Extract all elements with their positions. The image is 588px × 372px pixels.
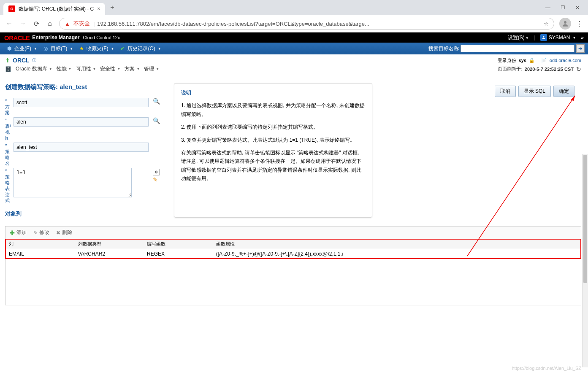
warning-icon: ▲ [65,21,70,27]
home-button[interactable]: ⌂ [46,20,54,27]
close-tab-icon[interactable]: × [97,6,100,12]
info-icon[interactable]: ⓘ [32,57,36,63]
host-link[interactable]: odd.oracle.com [550,58,581,63]
columns-section-title: 对象列 [5,210,165,218]
reload-button[interactable]: ⟳ [32,20,41,28]
db-menu-oracle[interactable]: Oracle 数据库▼ [16,65,52,73]
db-menu-schema[interactable]: 方案▼ [125,65,140,73]
svg-point-1 [543,36,544,38]
minimize-icon[interactable]: — [545,5,550,11]
window-controls: — ☐ ✕ [545,5,585,11]
oracle-header: ORACLE Enterprise Manager Cloud Control … [0,32,588,43]
search-label: 搜索目标名称 [428,45,459,52]
schema-search-icon[interactable]: 🔍 [153,98,160,105]
schema-label: 方案 [5,104,10,115]
schema-input[interactable] [14,98,149,107]
url-text: 192.168.56.111:7802/em/faces/db-datasec-… [97,21,540,27]
profile-button[interactable] [559,18,571,30]
refresh-time: 2020-5-7 22:52:25 CST [525,67,574,72]
table-search-icon[interactable]: 🔍 [153,117,160,124]
orcl-title: ORCL [13,57,30,64]
close-window-icon[interactable]: ✕ [575,5,580,11]
table-header-row: 列 列数据类型 编写函数 函数属性 [5,239,581,249]
policy-label: 策略名 [5,149,10,166]
check-icon: ✔ [119,45,126,52]
browser-chrome: O 数据编写: ORCL (数据库实例) - C × + — ☐ ✕ ← → ⟳… [0,0,588,32]
search-target-input[interactable] [461,45,574,52]
pencil-icon[interactable]: ✎ [153,176,165,183]
menu-target[interactable]: ◎目标(T)▼ [40,45,76,52]
orcl-header: ⬆ ORCL ⓘ 登录身份 sys 🔒 | 📄 odd.oracle.com [5,57,581,64]
expr-label: 策略表达式 [5,174,10,203]
cell-func: REGEX [144,249,213,259]
tab-bar: O 数据编写: ORCL (数据库实例) - C × + — ☐ ✕ [0,0,588,15]
add-column-button[interactable]: ✚添加 [10,229,27,236]
lock-icon: 🔒 [529,58,535,63]
settings-menu[interactable]: 设置(S)▼ [508,34,529,41]
up-arrow-icon[interactable]: ⬆ [5,57,10,64]
user-icon [540,34,547,41]
policy-name-input[interactable] [14,143,149,152]
browser-tab[interactable]: O 数据编写: ORCL (数据库实例) - C × [3,3,105,15]
forward-button[interactable]: → [19,20,27,27]
url-field[interactable]: ▲ 不安全 | 192.168.56.111:7802/em/faces/db-… [59,18,554,30]
menu-history[interactable]: ✔历史记录(O)▼ [117,45,163,52]
db-menu-admin[interactable]: 管理▼ [144,65,159,73]
th-type: 列数据类型 [75,239,144,249]
watermark: https://blog.csdn.net/Alen_Liu_SZ [512,366,582,371]
db-menu-performance[interactable]: 性能▼ [57,65,72,73]
page-body: ⬆ ORCL ⓘ 登录身份 sys 🔒 | 📄 odd.oracle.com 🗄… [0,54,588,372]
plus-icon: ✚ [10,229,15,236]
th-func: 编写函数 [144,239,213,249]
db-menu-availability[interactable]: 可用性▼ [76,65,96,73]
cell-attr: ([A-Z0-9._%+-]+)@([A-Z0-9.-]+\.[A-Z]{2,4… [213,249,581,259]
table-toolbar: ✚添加 ✎修改 ✖删除 [5,226,581,239]
table-label: 表/视图 [5,124,11,140]
product-name: Enterprise Manager [32,35,79,40]
edit-column-button[interactable]: ✎修改 [33,229,49,236]
svg-point-0 [564,21,566,24]
address-bar: ← → ⟳ ⌂ ▲ 不安全 | 192.168.56.111:7802/em/f… [0,15,588,32]
vertical-scrollbar[interactable] [582,154,588,367]
enterprise-icon: ⬢ [6,45,13,52]
search-go-button[interactable]: ➔ [576,44,585,53]
columns-table: 列 列数据类型 编写函数 函数属性 EMAIL VARCHAR2 REGEX (… [5,239,581,259]
table-row[interactable]: EMAIL VARCHAR2 REGEX ([A-Z0-9._%+-]+)@([… [5,249,581,259]
description-p3: 3. 复查并更新编写策略表达式。此表达式默认为 1=1 (TRUE), 表示始终… [181,136,365,144]
description-title: 说明 [181,89,365,97]
menu-favorites[interactable]: ★收藏夹(F)▼ [76,45,117,52]
th-attr: 函数属性 [213,239,581,249]
description-p4: 有关编写策略表达式的帮助, 请单击铅笔图标以显示 "策略表达式构建器" 对话框。… [181,148,365,183]
description-p1: 1. 通过选择数据库方案以及要编写的表或视图, 并为策略分配一个名称, 来创建数… [181,101,365,119]
maximize-icon[interactable]: ☐ [561,5,565,11]
star-icon: ★ [78,45,85,52]
new-tab-button[interactable]: + [110,4,114,11]
db-menu-security[interactable]: 安全性▼ [100,65,120,73]
policy-expression-input[interactable] [14,168,132,197]
menu-enterprise[interactable]: ⬢企业(E)▼ [3,45,40,52]
back-button[interactable]: ← [5,20,14,27]
table-highlight: 列 列数据类型 编写函数 函数属性 EMAIL VARCHAR2 REGEX (… [5,239,581,259]
description-panel: 说明 1. 通过选择数据库方案以及要编写的表或视图, 并为策略分配一个名称, 来… [174,83,372,218]
insecure-label: 不安全 [73,20,90,27]
user-menu[interactable]: SYSMAN▼ [540,34,576,41]
oracle-favicon: O [8,5,15,12]
bookmark-star-icon[interactable]: ☆ [544,21,549,27]
overflow-icon[interactable]: » [581,35,584,40]
login-user: sys [519,58,526,63]
table-input[interactable] [14,117,149,127]
expression-builder-icon[interactable]: ⚙ [153,169,160,175]
cell-column: EMAIL [5,249,75,259]
page-title: 创建数据编写策略: alen_test [5,83,165,91]
browser-menu-icon[interactable]: ⋮ [576,20,583,28]
refresh-label: 页面刷新于: [498,66,522,72]
tab-title: 数据编写: ORCL (数据库实例) - C [19,5,94,13]
db-menubar: 🗄️ Oracle 数据库▼ 性能▼ 可用性▼ 安全性▼ 方案▼ 管理▼ 页面刷… [5,64,581,75]
columns-table-container: ✚添加 ✎修改 ✖删除 列 列数据类型 编写函数 函数属性 EMAIL [5,226,581,305]
cell-type: VARCHAR2 [75,249,144,259]
th-column: 列 [5,239,75,249]
oracle-menubar: ⬢企业(E)▼ ◎目标(T)▼ ★收藏夹(F)▼ ✔历史记录(O)▼ 搜索目标名… [0,43,588,54]
login-label: 登录身份 [498,57,516,64]
delete-column-button[interactable]: ✖删除 [56,229,72,236]
refresh-icon[interactable]: ↻ [576,66,581,73]
